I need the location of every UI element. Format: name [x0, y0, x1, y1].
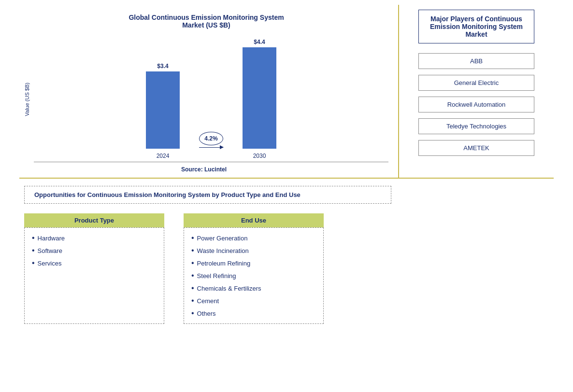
- bullet-software: •: [32, 246, 35, 255]
- bullet-steel: •: [191, 271, 194, 280]
- end-use-item-steel: • Steel Refining: [191, 271, 316, 280]
- player-item-ge: General Electric: [418, 75, 534, 91]
- end-use-item-cement: • Cement: [191, 296, 316, 305]
- chart-section: Global Continuous Emission Monitoring Sy…: [19, 5, 399, 178]
- source-label: Source: Lucintel: [181, 166, 231, 173]
- end-use-item-petroleum: • Petroleum Refining: [191, 259, 316, 267]
- bullet-petroleum: •: [191, 259, 194, 267]
- y-axis-label: Value (US $B): [24, 83, 30, 116]
- bar-value-2030: $4.4: [254, 39, 265, 45]
- bar-2024: [146, 71, 180, 149]
- columns-container: Product Type • Hardware • Software • Ser…: [24, 213, 549, 324]
- end-use-items: • Power Generation • Waste Incineration …: [184, 227, 324, 324]
- bar-year-2030: 2030: [253, 153, 266, 159]
- end-use-header: End Use: [184, 213, 324, 227]
- end-use-item-waste: • Waste Incineration: [191, 246, 316, 255]
- bullet-hardware: •: [32, 234, 35, 242]
- x-axis-line: [34, 162, 388, 162]
- cagr-bubble: 4.2%: [199, 132, 223, 145]
- player-item-teledye: Teledye Technologies: [418, 118, 534, 134]
- player-item-ametek: AMETEK: [418, 140, 534, 156]
- bullet-others: •: [191, 309, 194, 318]
- opportunities-title: Opportunities for Continuous Emission Mo…: [24, 186, 391, 204]
- chart-area: Value (US $B) $3.4 2024 4.2%: [24, 36, 388, 162]
- bullet-cement: •: [191, 296, 194, 305]
- bar-value-2024: $3.4: [157, 63, 168, 70]
- players-title: Major Players of Continuous Emission Mon…: [418, 10, 534, 43]
- end-use-item-chemicals: • Chemicals & Fertilizers: [191, 284, 316, 293]
- bullet-chemicals: •: [191, 284, 194, 293]
- bar-group-2030: $4.4 2030: [243, 39, 276, 159]
- end-use-item-power: • Power Generation: [191, 234, 316, 242]
- top-section: Global Continuous Emission Monitoring Sy…: [19, 5, 554, 179]
- bars-container: $3.4 2024 4.2%: [34, 36, 388, 162]
- main-container: Global Continuous Emission Monitoring Sy…: [0, 0, 573, 392]
- bullet-power: •: [191, 234, 194, 242]
- product-item-software: • Software: [32, 246, 157, 255]
- product-item-hardware: • Hardware: [32, 234, 157, 242]
- bullet-services: •: [32, 259, 35, 267]
- end-use-item-others: • Others: [191, 309, 316, 318]
- bottom-section: Opportunities for Continuous Emission Mo…: [19, 179, 554, 387]
- bar-group-2024: $3.4 2024: [146, 63, 180, 159]
- chart-title: Global Continuous Emission Monitoring Sy…: [129, 14, 284, 29]
- product-type-items: • Hardware • Software • Services: [24, 227, 164, 324]
- end-use-column: End Use • Power Generation • Waste Incin…: [184, 213, 324, 324]
- bar-year-2024: 2024: [157, 153, 170, 159]
- bars-inner: $3.4 2024 4.2%: [34, 36, 388, 162]
- product-type-header: Product Type: [24, 213, 164, 227]
- players-section: Major Players of Continuous Emission Mon…: [399, 5, 554, 178]
- product-item-services: • Services: [32, 259, 157, 267]
- bullet-waste: •: [191, 246, 194, 255]
- product-type-column: Product Type • Hardware • Software • Ser…: [24, 213, 164, 324]
- bar-2030: [243, 47, 276, 149]
- player-item-rockwell: Rockwell Automation: [418, 97, 534, 112]
- player-item-abb: ABB: [418, 53, 534, 69]
